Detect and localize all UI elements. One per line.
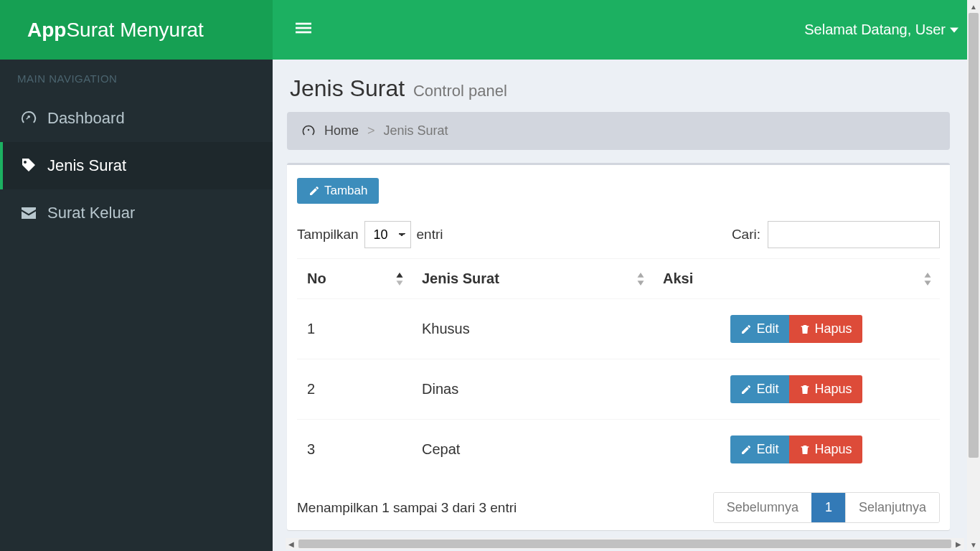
vertical-scrollbar[interactable]: ▲ ▼ — [967, 0, 980, 551]
length-control: Tampilkan 10 entri — [297, 221, 443, 248]
sidebar-item-label: Dashboard — [47, 109, 125, 128]
edit-button[interactable]: Edit — [730, 375, 788, 403]
breadcrumb: Home > Jenis Surat — [287, 112, 950, 150]
hamburger-icon[interactable] — [287, 16, 320, 44]
table-row: 1KhususEditHapus — [297, 299, 940, 359]
scroll-down-arrow[interactable]: ▼ — [967, 538, 980, 551]
cell-jenis: Khusus — [412, 299, 653, 359]
edit-icon — [740, 324, 752, 335]
horizontal-scroll-thumb[interactable] — [298, 540, 951, 548]
search-input[interactable] — [768, 221, 940, 248]
page-title: Jenis Surat — [290, 75, 405, 101]
pagination-next[interactable]: Selanjutnya — [845, 493, 939, 522]
trash-icon — [799, 444, 811, 456]
dashboard-icon — [20, 110, 37, 127]
sidebar: MAIN NAVIGATION Dashboard Jenis Surat Su… — [0, 60, 273, 551]
pagination-prev[interactable]: Sebelumnya — [714, 493, 811, 522]
sidebar-item-surat-keluar[interactable]: Surat Keluar — [0, 189, 273, 237]
cell-no: 3 — [297, 420, 412, 480]
table-controls: Tampilkan 10 entri Cari: — [297, 221, 940, 248]
edit-button-label: Edit — [756, 442, 778, 457]
cell-jenis: Cepat — [412, 420, 653, 480]
trash-icon — [799, 324, 811, 335]
add-button-label: Tambah — [324, 184, 367, 198]
col-jenis[interactable]: Jenis Surat — [412, 259, 653, 299]
cell-aksi: EditHapus — [653, 299, 940, 359]
tag-icon — [20, 157, 37, 174]
edit-button-label: Edit — [756, 321, 778, 336]
delete-button[interactable]: Hapus — [789, 315, 862, 343]
sort-asc-icon — [396, 273, 403, 286]
cell-aksi: EditHapus — [653, 420, 940, 480]
show-label: Tampilkan — [297, 227, 359, 242]
table-footer: Menampilkan 1 sampai 3 dari 3 entri Sebe… — [297, 492, 940, 523]
sort-icon — [637, 273, 644, 286]
pagination: Sebelumnya 1 Selanjutnya — [713, 492, 940, 523]
page-subtitle: Control panel — [413, 82, 507, 100]
cell-no: 1 — [297, 299, 412, 359]
main-box: Tambah Tampilkan 10 entri Cari: No — [287, 163, 950, 530]
table-row: 2DinasEditHapus — [297, 359, 940, 420]
navbar: Selamat Datang, User — [273, 0, 980, 60]
trash-icon — [799, 384, 811, 395]
app-logo[interactable]: App Surat Menyurat — [0, 0, 273, 60]
add-button[interactable]: Tambah — [297, 178, 379, 204]
sidebar-item-label: Jenis Surat — [47, 156, 126, 175]
edit-icon — [308, 185, 320, 197]
data-table: No Jenis Surat Aksi — [297, 258, 940, 479]
envelope-icon — [20, 204, 37, 222]
header: App Surat Menyurat Selamat Datang, User — [0, 0, 980, 60]
content: Jenis Surat Control panel Home > Jenis S… — [273, 60, 964, 551]
horizontal-scrollbar[interactable]: ◀ ▶ — [286, 538, 964, 550]
sidebar-item-label: Surat Keluar — [47, 204, 135, 222]
edit-icon — [740, 384, 752, 395]
sidebar-header: MAIN NAVIGATION — [0, 60, 273, 95]
dashboard-icon — [301, 124, 316, 138]
vertical-scroll-thumb[interactable] — [969, 13, 979, 458]
sidebar-item-dashboard[interactable]: Dashboard — [0, 95, 273, 142]
user-menu[interactable]: Selamat Datang, User — [804, 22, 966, 38]
delete-button-label: Hapus — [815, 382, 852, 397]
edit-button[interactable]: Edit — [730, 315, 788, 343]
col-no[interactable]: No — [297, 259, 412, 299]
svg-rect-2 — [296, 31, 311, 33]
breadcrumb-separator: > — [367, 123, 375, 138]
table-info: Menampilkan 1 sampai 3 dari 3 entri — [297, 500, 517, 516]
page-size-select[interactable]: 10 — [364, 221, 411, 248]
logo-bold: App — [27, 19, 66, 42]
scroll-up-arrow[interactable]: ▲ — [967, 0, 980, 13]
scroll-left-arrow[interactable]: ◀ — [286, 538, 297, 550]
breadcrumb-home[interactable]: Home — [324, 123, 359, 138]
cell-aksi: EditHapus — [653, 359, 940, 420]
pagination-page-1[interactable]: 1 — [811, 493, 845, 522]
delete-button[interactable]: Hapus — [789, 375, 862, 403]
edit-button[interactable]: Edit — [730, 435, 788, 463]
delete-button[interactable]: Hapus — [789, 435, 862, 463]
edit-button-label: Edit — [756, 382, 778, 397]
content-header: Jenis Surat Control panel — [273, 60, 964, 112]
col-aksi[interactable]: Aksi — [653, 259, 940, 299]
cell-jenis: Dinas — [412, 359, 653, 420]
svg-rect-1 — [296, 27, 311, 29]
caret-down-icon — [950, 27, 958, 33]
svg-rect-0 — [296, 22, 311, 24]
delete-button-label: Hapus — [815, 321, 852, 336]
entries-label: entri — [417, 227, 443, 242]
logo-rest: Surat Menyurat — [66, 19, 203, 42]
scroll-right-arrow[interactable]: ▶ — [953, 538, 964, 550]
breadcrumb-current: Jenis Surat — [384, 123, 448, 138]
sort-icon — [924, 273, 931, 286]
search-control: Cari: — [732, 221, 940, 248]
delete-button-label: Hapus — [815, 442, 852, 457]
search-label: Cari: — [732, 227, 760, 242]
user-menu-text: Selamat Datang, User — [804, 22, 946, 38]
edit-icon — [740, 444, 752, 456]
cell-no: 2 — [297, 359, 412, 420]
sidebar-item-jenis-surat[interactable]: Jenis Surat — [0, 142, 273, 189]
table-row: 3CepatEditHapus — [297, 420, 940, 480]
